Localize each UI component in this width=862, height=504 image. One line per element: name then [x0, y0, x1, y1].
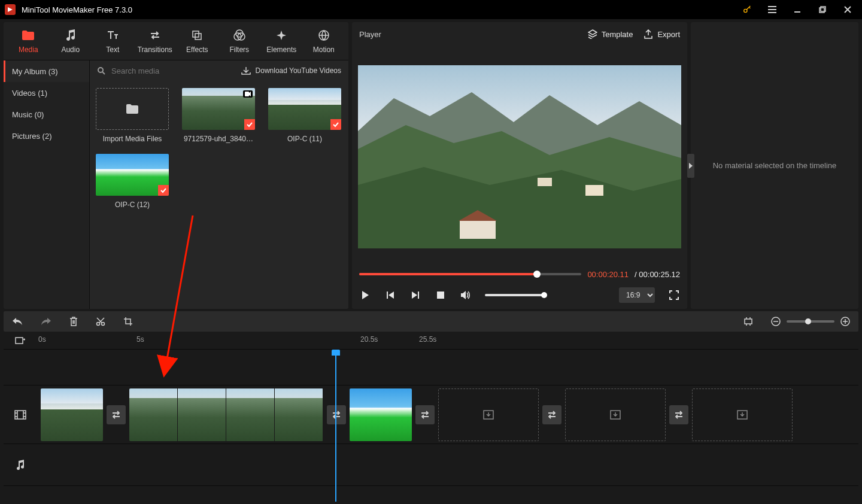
volume-slider[interactable] [485, 294, 545, 296]
preview-canvas [352, 46, 687, 267]
sidebar-item-pictures[interactable]: Pictures (2) [4, 125, 89, 147]
fullscreen-button[interactable] [668, 289, 680, 301]
svg-rect-3 [193, 31, 199, 37]
media-card-image2[interactable]: OIP-C (12) [96, 154, 169, 209]
swap-icon [149, 29, 161, 42]
track-header-overlay[interactable] [4, 350, 37, 385]
zoom-slider[interactable] [787, 320, 834, 323]
preview-frame [358, 65, 681, 248]
timeline-clip[interactable] [41, 388, 103, 441]
timeline: 0s5s20.5s25.5s [4, 332, 858, 502]
add-track-button[interactable] [4, 332, 37, 349]
next-frame-button[interactable] [409, 289, 421, 301]
tab-elements[interactable]: Elements [260, 22, 303, 60]
sidebar-item-myalbum[interactable]: My Album (3) [4, 60, 89, 82]
hamburger-menu-button[interactable] [763, 1, 782, 18]
template-button[interactable]: Template [588, 29, 633, 39]
tab-audio[interactable]: Audio [50, 22, 92, 60]
timeline-clip[interactable] [129, 388, 323, 441]
volume-button[interactable] [460, 289, 472, 301]
svg-rect-12 [460, 221, 496, 239]
svg-rect-16 [418, 292, 419, 299]
import-media-card[interactable]: Import Media Files [96, 88, 169, 143]
search-icon [97, 66, 105, 75]
transition-slot[interactable] [107, 405, 126, 424]
sidebar-item-music[interactable]: Music (0) [4, 104, 89, 125]
transition-slot[interactable] [415, 405, 435, 424]
ruler-tick: 0s [38, 335, 46, 344]
redo-button[interactable] [41, 317, 51, 326]
svg-rect-15 [387, 292, 388, 299]
empty-selection-msg: No material selected on the timeline [713, 161, 837, 170]
collapse-panel-button[interactable] [687, 154, 694, 178]
aspect-ratio-select[interactable]: 16:9 [619, 287, 655, 303]
minimize-button[interactable] [788, 1, 807, 18]
undo-button[interactable] [12, 317, 23, 326]
tab-filters[interactable]: Filters [218, 22, 261, 60]
empty-clip-slot[interactable] [438, 388, 539, 441]
zoom-out-button[interactable] [771, 317, 781, 326]
svg-rect-10 [245, 92, 249, 96]
split-button[interactable] [96, 317, 105, 326]
crop-button[interactable] [123, 317, 133, 326]
transition-slot[interactable] [669, 405, 688, 424]
svg-rect-14 [538, 178, 552, 186]
close-button[interactable] [838, 1, 857, 18]
timeline-clip[interactable] [350, 388, 412, 441]
globe-icon [318, 29, 329, 42]
app-title: MiniTool MovieMaker Free 7.3.0 [22, 5, 132, 14]
titlebar: MiniTool MovieMaker Free 7.3.0 [0, 0, 862, 19]
transition-slot[interactable] [542, 405, 561, 424]
empty-clip-slot[interactable] [565, 388, 666, 441]
track-header-video[interactable] [4, 385, 37, 444]
tab-transitions[interactable]: Transitions [134, 22, 177, 60]
folder-icon [126, 104, 139, 114]
check-badge-icon [330, 119, 341, 130]
template-icon [588, 29, 597, 39]
export-button[interactable]: Export [644, 29, 680, 39]
timeline-ruler[interactable]: 0s5s20.5s25.5s [4, 332, 858, 350]
svg-rect-20 [745, 319, 752, 324]
svg-rect-4 [195, 34, 201, 40]
svg-rect-13 [585, 185, 603, 196]
maximize-button[interactable] [813, 1, 832, 18]
svg-point-19 [102, 323, 105, 326]
tab-effects[interactable]: Effects [176, 22, 218, 60]
svg-point-18 [97, 323, 100, 326]
prev-frame-button[interactable] [384, 289, 396, 301]
tab-motion[interactable]: Motion [303, 22, 345, 60]
seek-bar[interactable]: 00:00:20.11 / 00:00:25.12 [352, 267, 687, 281]
zoom-in-button[interactable] [840, 317, 850, 326]
stop-button[interactable] [435, 289, 447, 301]
media-bin: Download YouTube Videos Import Media Fil… [90, 60, 348, 309]
main-tabs: Media Audio Text Transitions Effects [4, 22, 348, 60]
media-card-image1[interactable]: OIP-C (11) [268, 88, 341, 143]
edit-toolbar [4, 311, 858, 332]
search-input[interactable] [110, 66, 213, 76]
play-button[interactable] [359, 289, 371, 301]
layers-icon [192, 29, 202, 42]
track-header-audio[interactable] [4, 444, 37, 486]
media-card-video[interactable]: 9712579-uhd_3840… [182, 88, 255, 143]
ruler-tick: 20.5s [360, 335, 378, 344]
transition-slot[interactable] [327, 405, 346, 424]
tab-text[interactable]: Text [92, 22, 134, 60]
film-icon [14, 410, 26, 420]
fit-timeline-button[interactable] [743, 317, 753, 326]
delete-button[interactable] [69, 317, 78, 326]
empty-clip-slot[interactable] [692, 388, 793, 441]
current-time: 00:00:20.11 [587, 270, 629, 279]
sidebar-item-videos[interactable]: Videos (1) [4, 82, 89, 104]
svg-rect-1 [821, 7, 825, 11]
ruler-tick: 25.5s [419, 335, 436, 344]
media-panel: Media Audio Text Transitions Effects [4, 22, 348, 309]
license-key-button[interactable] [737, 1, 757, 18]
svg-point-9 [98, 68, 103, 72]
venn-icon [233, 29, 246, 42]
svg-rect-2 [819, 8, 824, 13]
download-youtube-button[interactable]: Download YouTube Videos [241, 66, 341, 75]
video-badge-icon [243, 90, 253, 98]
music-note-icon [16, 460, 25, 470]
music-note-icon [65, 29, 76, 42]
tab-media[interactable]: Media [7, 22, 50, 60]
